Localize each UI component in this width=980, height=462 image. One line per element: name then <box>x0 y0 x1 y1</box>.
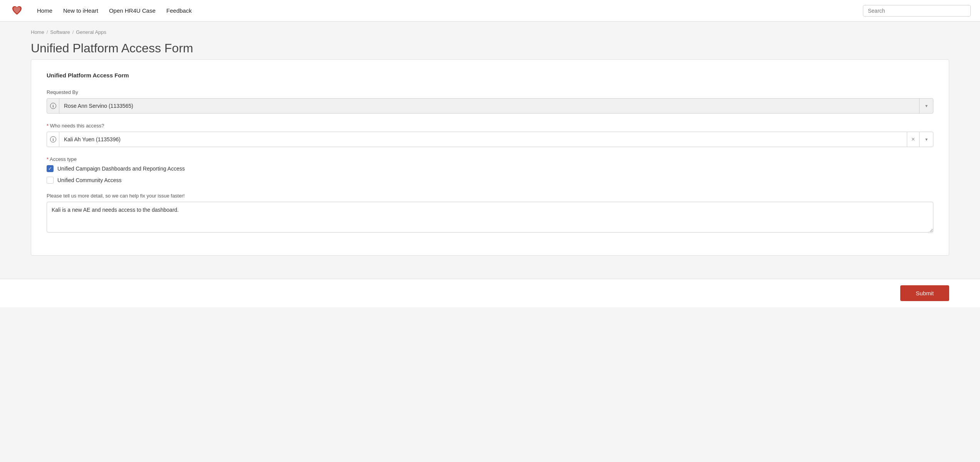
detail-field: Please tell us more detail, so we can he… <box>47 193 933 234</box>
svg-text:i: i <box>52 104 54 108</box>
breadcrumb-home[interactable]: Home <box>31 29 44 35</box>
breadcrumb-general-apps[interactable]: General Apps <box>76 29 106 35</box>
who-needs-access-clear[interactable]: × <box>907 132 919 147</box>
access-type-options: Unified Campaign Dashboards and Reportin… <box>47 165 933 184</box>
page-title: Unified Platform Access Form <box>31 41 949 55</box>
detail-label: Please tell us more detail, so we can he… <box>47 193 933 199</box>
iheart-logo[interactable] <box>9 3 25 18</box>
main-content: Home / Software / General Apps Unified P… <box>0 22 980 279</box>
requested-by-value: Rose Ann Servino (1133565) <box>59 103 919 109</box>
who-needs-access-select[interactable]: i Kali Ah Yuen (1135396) × ▾ <box>47 132 933 147</box>
who-needs-access-label: Who needs this access? <box>47 123 933 129</box>
checkbox-dashboards-label: Unified Campaign Dashboards and Reportin… <box>57 166 185 172</box>
nav-open-hr4u-case[interactable]: Open HR4U Case <box>109 7 156 14</box>
requested-by-chevron[interactable]: ▾ <box>919 99 933 113</box>
breadcrumb-sep-2: / <box>72 29 74 35</box>
access-type-field: Access type Unified Campaign Dashboards … <box>47 156 933 184</box>
nav-feedback[interactable]: Feedback <box>166 7 192 14</box>
footer: Submit <box>0 279 980 307</box>
nav-home[interactable]: Home <box>37 7 52 14</box>
form-card-title: Unified Platform Access Form <box>47 72 933 79</box>
access-type-option-dashboards[interactable]: Unified Campaign Dashboards and Reportin… <box>47 165 933 172</box>
requested-by-select[interactable]: i Rose Ann Servino (1133565) ▾ <box>47 98 933 114</box>
submit-button[interactable]: Submit <box>900 285 949 301</box>
detail-textarea[interactable]: Kali is a new AE and needs access to the… <box>47 202 933 233</box>
who-needs-access-field: Who needs this access? i Kali Ah Yuen (1… <box>47 123 933 147</box>
header: Home New to iHeart Open HR4U Case Feedba… <box>0 0 980 22</box>
nav-new-to-iheart[interactable]: New to iHeart <box>63 7 98 14</box>
requested-by-label: Requested By <box>47 89 933 95</box>
who-needs-access-chevron[interactable]: ▾ <box>919 132 933 147</box>
checkbox-dashboards[interactable] <box>47 165 54 172</box>
checkbox-community-label: Unified Community Access <box>57 177 122 183</box>
requested-by-info-icon: i <box>47 99 59 113</box>
who-needs-access-actions: × ▾ <box>907 132 933 147</box>
form-card: Unified Platform Access Form Requested B… <box>31 59 949 256</box>
requested-by-field: Requested By i Rose Ann Servino (1133565… <box>47 89 933 114</box>
search-box[interactable] <box>863 5 971 17</box>
svg-text:i: i <box>52 137 54 142</box>
access-type-label: Access type <box>47 156 933 162</box>
breadcrumb: Home / Software / General Apps <box>31 29 949 35</box>
main-nav: Home New to iHeart Open HR4U Case Feedba… <box>37 7 851 14</box>
breadcrumb-software[interactable]: Software <box>50 29 70 35</box>
who-needs-access-info-icon: i <box>47 132 59 147</box>
search-input[interactable] <box>868 8 966 14</box>
checkbox-community[interactable] <box>47 177 54 184</box>
who-needs-access-value: Kali Ah Yuen (1135396) <box>59 136 907 142</box>
access-type-option-community[interactable]: Unified Community Access <box>47 177 933 184</box>
breadcrumb-sep-1: / <box>47 29 48 35</box>
